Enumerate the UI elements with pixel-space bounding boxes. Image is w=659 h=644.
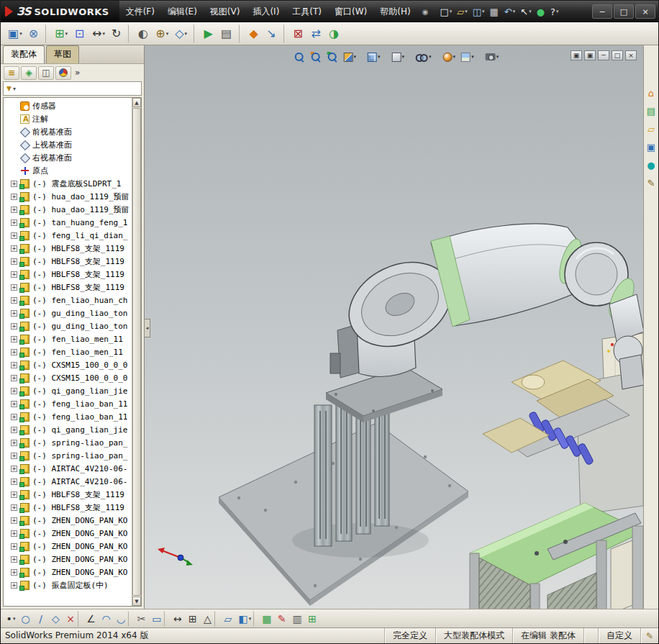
tree-item[interactable]: + (-) 震盘底板SLDPRT_1 <box>4 177 132 190</box>
menu-pin-icon[interactable]: ◉ <box>417 1 434 22</box>
assembly-features-icon[interactable]: ⊕ ▾ <box>153 24 171 43</box>
expand-icon[interactable]: + <box>11 388 17 394</box>
tree-item[interactable]: + (-) feng_liao_ban_11 <box>4 397 132 410</box>
configurationmanager-tab-icon[interactable]: ◫ <box>38 66 54 80</box>
linear-pattern-icon[interactable]: ⊞ <box>186 611 200 627</box>
tree-item[interactable]: + (-) AIRTAC_4V210-06- <box>4 475 132 488</box>
trim-entities-icon[interactable]: ✂ <box>135 611 149 627</box>
circle-tool-icon[interactable]: ○ <box>19 611 33 627</box>
expand-icon[interactable]: + <box>11 207 17 213</box>
expand-icon[interactable]: + <box>11 517 17 524</box>
tree-item[interactable]: + (-) CXSM15_100_0_0_0 <box>4 371 132 384</box>
tree-item[interactable]: + 原点 <box>4 164 132 177</box>
graphics-area[interactable]: ▾ ▾ ▾ ▾ <box>145 45 658 609</box>
expand-icon[interactable]: + <box>11 232 17 239</box>
interference-detection-icon[interactable]: ⊠ <box>290 24 307 43</box>
construction-geometry-icon[interactable]: × <box>64 611 78 627</box>
expand-icon[interactable]: + <box>11 310 17 317</box>
file-explorer-icon[interactable]: ▱ <box>645 123 658 135</box>
save-icon[interactable]: ◫ ▾ <box>471 3 487 20</box>
tree-item[interactable]: + (-) hua_dao_1119_预留 <box>4 190 132 203</box>
robot-arm[interactable] <box>330 224 644 389</box>
tree-item[interactable]: + 前视基准面 <box>4 125 132 138</box>
tile-windows-icon[interactable]: ▣ <box>584 50 596 60</box>
tab-assembly[interactable]: 装配体 <box>3 45 45 63</box>
tree-item[interactable]: + 注解 <box>4 112 132 125</box>
expand-icon[interactable]: + <box>11 453 17 459</box>
tree-item[interactable]: + (-) HBLFS8_支架_1119 <box>4 488 132 501</box>
arc-tool-icon[interactable]: ◠ <box>99 611 114 627</box>
new-motion-study-icon[interactable]: ▶ <box>200 24 217 43</box>
panel-collapse-arrow[interactable]: ◂ <box>145 319 150 337</box>
previous-view-icon[interactable] <box>325 50 340 63</box>
move-component-icon[interactable]: ↔ ▾ <box>89 24 108 43</box>
expand-icon[interactable]: + <box>11 258 17 265</box>
expand-icon[interactable]: + <box>11 491 17 498</box>
design-table-icon[interactable]: ⊞ <box>306 611 320 627</box>
filter-bar[interactable]: ▼ ▾ <box>3 81 142 96</box>
angle-tool-icon[interactable]: ∠ <box>84 611 99 627</box>
tangent-arc-tool-icon[interactable]: ◡ <box>114 611 129 627</box>
explode-line-sketch-icon[interactable]: ↘ <box>263 24 283 43</box>
markup-icon[interactable]: ✎ <box>275 611 289 627</box>
tree-scrollbar[interactable]: ▲ ▼ <box>132 98 141 606</box>
menubar-item[interactable]: 视图(V) <box>204 1 247 22</box>
tree-item[interactable]: + (-) ZHEN_DONG_PAN_KO <box>4 527 132 540</box>
section-view-icon[interactable]: ▾ <box>342 51 360 63</box>
reference-geometry-icon[interactable]: ◇ ▾ <box>172 24 194 43</box>
tree-item[interactable]: + (-) qi_gang_lian_jie <box>4 423 132 436</box>
expand-icon[interactable]: + <box>11 181 17 187</box>
tree-item[interactable]: + 传感器 <box>4 99 132 112</box>
rebuild-icon[interactable]: ● <box>535 3 547 20</box>
hide-show-items-icon[interactable]: ▾ <box>414 53 435 62</box>
tree-item[interactable]: + (-) gu_ding_liao_ton <box>4 307 132 319</box>
smart-dimension-icon[interactable]: ↔ <box>171 611 185 627</box>
expand-icon[interactable]: + <box>11 401 17 407</box>
linear-component-pattern-icon[interactable]: ⊞ ▾ <box>52 24 71 43</box>
status-field-custom[interactable]: 自定义 <box>598 628 640 643</box>
tree-item[interactable]: + (-) HBLFS8_支架_1119 <box>4 268 132 281</box>
tree-item[interactable]: + (-) fen_liao_huan_ch <box>4 294 132 307</box>
display-style-icon[interactable]: ▾ <box>390 51 408 63</box>
expand-icon[interactable]: + <box>11 530 17 537</box>
expand-icon[interactable]: + <box>11 543 17 550</box>
menubar-item[interactable]: 插入(I) <box>246 1 286 22</box>
assembly-visualization-icon[interactable]: ◑ <box>326 24 343 43</box>
appearances-icon[interactable]: ● <box>645 159 658 171</box>
home-icon[interactable]: ⌂ <box>645 87 658 99</box>
line-tool-icon[interactable]: / <box>34 611 48 627</box>
tree-item[interactable]: + (-) feng_li_qi_dian_ <box>4 229 132 242</box>
smart-fasteners-icon[interactable]: ⊡ <box>71 24 88 43</box>
design-library-icon[interactable]: ▤ <box>645 105 658 117</box>
menubar-item[interactable]: 工具(T) <box>286 1 328 22</box>
tree-item[interactable]: + 上视基准面 <box>4 138 132 151</box>
expand-icon[interactable]: + <box>11 440 17 446</box>
bill-of-materials-icon[interactable]: ▤ <box>218 24 240 43</box>
expand-icon[interactable]: + <box>11 375 17 381</box>
tree-item[interactable]: + (-) HBLFS8_支架_1119 <box>4 242 132 255</box>
apply-scene-icon[interactable]: ▾ <box>459 51 477 63</box>
scroll-up-arrow[interactable]: ▲ <box>132 98 141 107</box>
expand-icon[interactable]: + <box>11 414 17 420</box>
tree-item[interactable]: + (-) hua_dao_1119_预留 <box>4 203 132 216</box>
view-palette-icon[interactable]: ▣ <box>645 141 658 153</box>
extruded-boss-icon[interactable]: ◧ ▾ <box>236 611 254 627</box>
expand-icon[interactable]: + <box>11 284 17 291</box>
evaluate-icon[interactable]: ▦ <box>260 611 274 627</box>
mate-icon[interactable]: ⊗ <box>26 24 46 43</box>
zoom-fit-icon[interactable] <box>292 50 307 63</box>
exploded-view-icon[interactable]: ◆ <box>245 24 263 43</box>
tree-item[interactable]: + (-) 振盘固定板(中) <box>4 579 132 591</box>
expand-icon[interactable]: + <box>11 219 17 226</box>
select-arrow-icon[interactable]: ↖ ▾ <box>518 3 533 20</box>
tree-item[interactable]: + 右视基准面 <box>4 151 132 164</box>
expand-icon[interactable]: + <box>11 466 17 472</box>
expand-icon[interactable]: + <box>11 297 17 304</box>
menubar-item[interactable]: 文件(F) <box>119 1 161 22</box>
tab-sketch[interactable]: 草图 <box>46 45 79 63</box>
tree-item[interactable]: + (-) feng_liao_ban_11 <box>4 410 132 423</box>
mirror-entities-icon[interactable]: △ <box>201 611 215 627</box>
doc-restore-button[interactable]: □ <box>612 50 623 60</box>
tree-item[interactable]: + (-) qi_gang_lian_jie <box>4 384 132 397</box>
tree-item[interactable]: + (-) fen_liao_men_11 <box>4 345 132 358</box>
